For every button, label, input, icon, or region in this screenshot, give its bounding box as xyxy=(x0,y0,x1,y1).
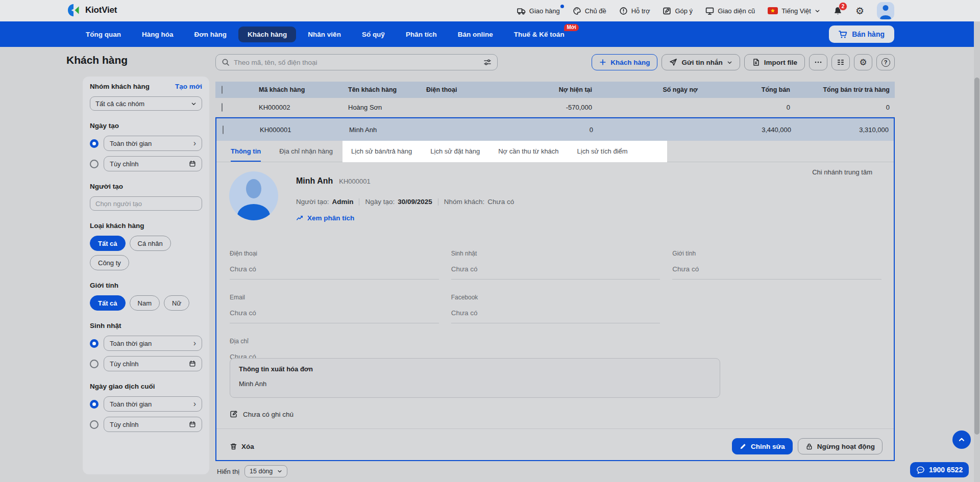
birthday-all-time-button[interactable]: Toàn thời gian › xyxy=(104,336,202,351)
nav-phan-tich[interactable]: Phân tích xyxy=(397,27,446,42)
trend-up-icon xyxy=(296,214,304,222)
last-transaction-all-time-radio[interactable] xyxy=(90,400,99,409)
nav-hang-hoa[interactable]: Hàng hóa xyxy=(133,27,183,42)
column-settings-button[interactable] xyxy=(831,54,850,70)
table-settings-button[interactable]: ⚙ xyxy=(854,54,872,70)
cell-debt: 0 xyxy=(511,126,593,134)
kiotviet-logo-icon xyxy=(66,4,82,16)
tab-thong-tin[interactable]: Thông tin xyxy=(231,141,261,162)
language-selector[interactable]: Tiếng Việt xyxy=(768,7,820,15)
topbar-item-support[interactable]: Hỗ trợ xyxy=(619,7,650,15)
customer-avatar xyxy=(229,171,278,220)
edit-button[interactable]: Chỉnh sửa xyxy=(732,438,793,454)
type-pill-company[interactable]: Công ty xyxy=(90,255,129,270)
invoice-info-box: Thông tin xuất hóa đơn Minh Anh xyxy=(230,358,720,398)
brand-logo[interactable]: KiotViet xyxy=(66,4,117,16)
birthday-custom-radio[interactable] xyxy=(90,360,99,368)
created-date-value: 30/09/2025 xyxy=(398,198,432,206)
panel-divider xyxy=(216,428,894,429)
filter-sliders-icon[interactable] xyxy=(483,58,492,66)
help-circle-icon xyxy=(619,7,628,15)
nav-nhan-vien[interactable]: Nhân viên xyxy=(299,27,350,42)
feedback-icon xyxy=(663,7,671,15)
topbar-item-theme[interactable]: Chủ đề xyxy=(573,7,606,15)
last-transaction-label: Ngày giao dịch cuối xyxy=(90,383,202,390)
nav-khach-hang[interactable]: Khách hàng xyxy=(238,27,296,42)
toolbar: Khách hàng Gửi tin nhắn Import file xyxy=(215,54,895,70)
delete-button[interactable]: Xóa xyxy=(230,443,254,450)
list-columns-icon xyxy=(837,58,845,66)
birthday-label: Sinh nhật xyxy=(90,322,202,329)
page-size-select[interactable]: 15 dòng xyxy=(244,465,287,477)
question-icon: ? xyxy=(881,58,890,67)
field-email: Email Chưa có xyxy=(230,294,439,323)
created-custom-button[interactable]: Tùy chỉnh xyxy=(104,156,202,171)
tab-lich-su-dat-hang[interactable]: Lịch sử đặt hàng xyxy=(430,141,480,162)
pencil-square-icon xyxy=(230,410,238,418)
birthday-all-time-radio[interactable] xyxy=(90,339,99,348)
col-no-hien-tai[interactable]: Nợ hiện tại xyxy=(510,86,592,93)
row-checkbox[interactable] xyxy=(222,103,223,112)
created-all-time-button[interactable]: Toàn thời gian › xyxy=(104,136,202,151)
nav-don-hang[interactable]: Đơn hàng xyxy=(185,27,236,42)
gender-label: Giới tính xyxy=(90,282,202,289)
col-tong-ban[interactable]: Tổng bán xyxy=(698,86,790,93)
tab-no-can-thu-tu-khach[interactable]: Nợ cần thu từ khách xyxy=(498,141,558,162)
send-message-button[interactable]: Gửi tin nhắn xyxy=(662,54,740,70)
row-checkbox[interactable] xyxy=(223,125,224,134)
created-all-time-radio[interactable] xyxy=(90,139,99,148)
import-file-button[interactable]: Import file xyxy=(744,54,805,70)
page-title: Khách hàng xyxy=(66,54,128,66)
topbar-item-feedback[interactable]: Góp ý xyxy=(663,7,693,15)
last-transaction-all-time-button[interactable]: Toàn thời gian › xyxy=(104,396,202,412)
nav-tong-quan[interactable]: Tổng quan xyxy=(77,27,130,42)
scroll-to-top-button[interactable] xyxy=(952,430,971,449)
creator-input[interactable] xyxy=(90,196,202,211)
topbar-item-delivery[interactable]: Giao hàng xyxy=(517,7,560,15)
table-row[interactable]: KH000002 Hoàng Sơn -570,000 0 0 xyxy=(215,98,895,117)
group-select[interactable]: Tất cả các nhóm xyxy=(90,96,202,111)
col-tong-ban-tru-tra-hang[interactable]: Tổng bán trừ trả hàng xyxy=(790,86,895,93)
col-ten-khach-hang[interactable]: Tên khách hàng xyxy=(348,86,426,93)
select-all-checkbox[interactable] xyxy=(222,86,223,94)
topbar-item-old-ui[interactable]: Giao diện cũ xyxy=(705,7,755,15)
nav-so-quy[interactable]: Sổ quỹ xyxy=(353,27,394,42)
account-avatar[interactable] xyxy=(877,2,894,19)
creator-value: Admin xyxy=(332,198,353,206)
gender-pill-male[interactable]: Nam xyxy=(130,295,160,311)
search-icon xyxy=(222,58,230,66)
chevron-right-icon: › xyxy=(193,339,196,347)
notifications-button[interactable]: 2 xyxy=(833,6,843,16)
type-pill-personal[interactable]: Cá nhân xyxy=(130,236,171,251)
col-ma-khach-hang[interactable]: Mã khách hàng xyxy=(259,86,348,93)
sell-button[interactable]: Bán hàng xyxy=(829,26,894,43)
tab-dia-chi-nhan-hang[interactable]: Địa chỉ nhận hàng xyxy=(279,141,333,162)
nav-ban-online[interactable]: Bán online xyxy=(449,27,502,42)
col-so-ngay-no[interactable]: Số ngày nợ xyxy=(592,86,698,93)
add-customer-button[interactable]: Khách hàng xyxy=(592,54,657,70)
birthday-custom-button[interactable]: Tùy chỉnh xyxy=(104,356,202,371)
deactivate-button[interactable]: Ngừng hoạt động xyxy=(798,438,883,454)
last-transaction-custom-radio[interactable] xyxy=(90,420,99,429)
nav-thue-ke-toan[interactable]: Thuế & Kế toán Mới xyxy=(505,27,574,42)
more-actions-button[interactable] xyxy=(809,54,827,70)
table-row-selected[interactable]: KH000001 Minh Anh 0 3,440,000 3,310,000 xyxy=(216,118,894,141)
hotline-button[interactable]: 1900 6522 xyxy=(910,462,969,477)
search-input[interactable] xyxy=(234,59,479,66)
brand-name: KiotViet xyxy=(85,5,117,15)
note-row[interactable]: Chưa có ghi chú xyxy=(230,410,293,418)
tab-lich-su-ban-tra-hang[interactable]: Lịch sử bán/trả hàng xyxy=(351,141,412,162)
gender-pill-all[interactable]: Tất cả xyxy=(90,295,126,311)
type-pill-all[interactable]: Tất cả xyxy=(90,236,126,251)
gender-pill-female[interactable]: Nữ xyxy=(164,295,189,311)
view-analytics-link[interactable]: Xem phân tích xyxy=(296,214,354,222)
settings-gear-icon[interactable]: ⚙ xyxy=(855,6,864,16)
notification-badge: 2 xyxy=(839,2,847,11)
col-dien-thoai[interactable]: Điện thoại xyxy=(426,86,510,93)
scrollbar-thumb[interactable] xyxy=(974,78,979,435)
create-group-link[interactable]: Tạo mới xyxy=(175,83,202,90)
created-custom-radio[interactable] xyxy=(90,160,99,168)
last-transaction-custom-button[interactable]: Tùy chỉnh xyxy=(104,417,202,432)
tab-lich-su-tich-diem[interactable]: Lịch sử tích điểm xyxy=(577,141,628,162)
help-button[interactable]: ? xyxy=(876,54,895,70)
